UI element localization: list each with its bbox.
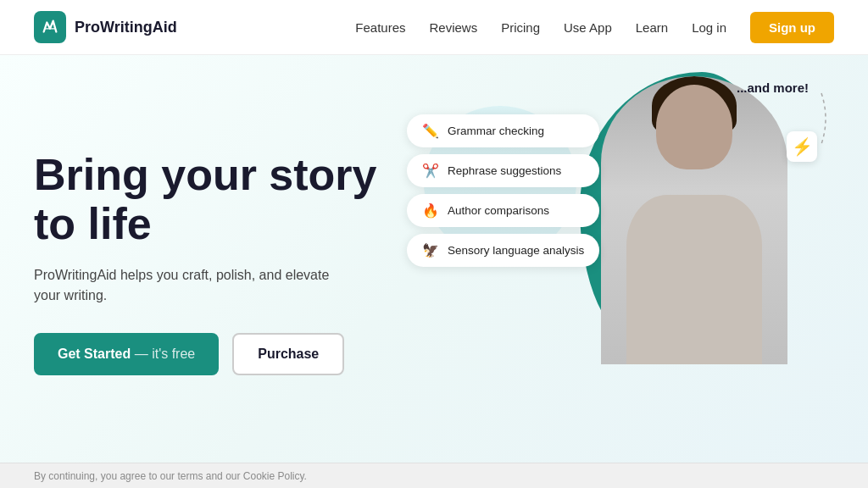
and-more-label: ...and more!: [737, 80, 809, 95]
grammar-icon: ✏️: [422, 123, 439, 139]
hero-headline: Bring your story to life: [34, 151, 390, 247]
get-started-button[interactable]: Get Started — it's free: [34, 333, 219, 375]
person-body: [626, 195, 762, 364]
logo-icon: [34, 11, 66, 43]
lightning-badge: ⚡: [787, 131, 817, 162]
footer-bar: By continuing, you agree to our terms an…: [0, 463, 868, 488]
header: ProWritingAid Features Reviews Pricing U…: [0, 0, 868, 55]
author-icon: 🔥: [422, 202, 439, 219]
main-nav: Features Reviews Pricing Use App Learn L…: [355, 12, 834, 43]
person-illustration: [601, 76, 787, 364]
hero-right: ...and more! ✏️ Grammar checking ✂️ Reph…: [407, 80, 834, 446]
hero-section: Bring your story to life ProWritingAid h…: [0, 55, 868, 463]
nav-reviews[interactable]: Reviews: [429, 20, 477, 35]
nav-pricing[interactable]: Pricing: [501, 20, 540, 35]
rephrase-icon: ✂️: [422, 163, 439, 179]
hero-subtext: ProWritingAid helps you craft, polish, a…: [34, 265, 356, 306]
hero-left: Bring your story to life ProWritingAid h…: [34, 151, 407, 374]
pill-sensory: 🦅 Sensory language analysis: [407, 234, 599, 267]
nav-learn[interactable]: Learn: [636, 20, 668, 35]
nav-use-app[interactable]: Use App: [564, 20, 612, 35]
feature-pills: ✏️ Grammar checking ✂️ Rephrase suggesti…: [407, 114, 599, 267]
cta-row: Get Started — it's free Purchase: [34, 333, 390, 375]
pill-rephrase: ✂️ Rephrase suggestions: [407, 154, 599, 187]
purchase-button[interactable]: Purchase: [232, 333, 344, 375]
pill-author: 🔥 Author comparisons: [407, 194, 599, 227]
pill-grammar: ✏️ Grammar checking: [407, 114, 599, 147]
login-button[interactable]: Log in: [692, 20, 726, 35]
logo-text: ProWritingAid: [75, 19, 177, 36]
person-head: [656, 85, 732, 169]
sensory-icon: 🦅: [422, 242, 439, 258]
logo-area: ProWritingAid: [34, 11, 177, 43]
footer-text: By continuing, you agree to our terms an…: [34, 470, 307, 482]
signup-button[interactable]: Sign up: [750, 12, 834, 43]
nav-features[interactable]: Features: [355, 20, 405, 35]
